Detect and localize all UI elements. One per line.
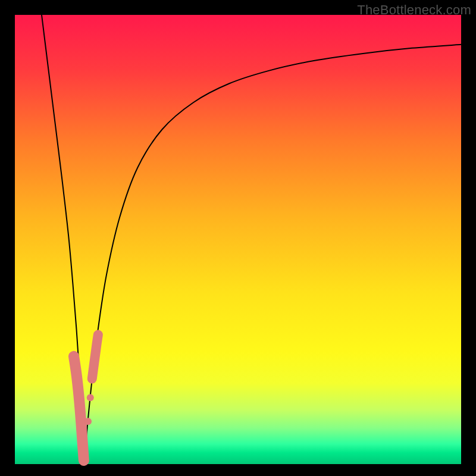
marker-dot (84, 418, 92, 425)
marker-dot (87, 394, 94, 401)
marker-stroke-marker-stroke-right (92, 335, 98, 379)
chart-frame: TheBottleneck.com (0, 0, 476, 476)
watermark-text: TheBottleneck.com (357, 2, 471, 18)
bottleneck-chart (0, 0, 476, 476)
